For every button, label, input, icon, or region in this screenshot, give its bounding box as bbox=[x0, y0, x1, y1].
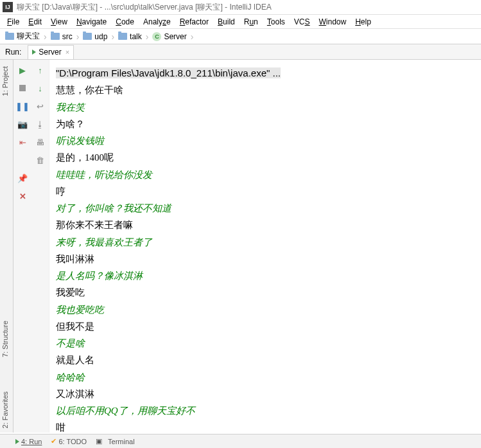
terminal-icon: ▣ bbox=[96, 437, 102, 445]
todo-icon: ✔ bbox=[51, 437, 57, 445]
run-actions-column-1: ▶ ❚❚ 📷 ⇤ 📌 ✕ bbox=[13, 60, 31, 433]
chevron-right-icon: › bbox=[44, 31, 47, 42]
console-line: 不是啥 bbox=[56, 335, 475, 352]
menu-window[interactable]: Window bbox=[314, 17, 351, 26]
folder-icon bbox=[5, 33, 14, 40]
run-label: Run: bbox=[0, 48, 26, 57]
breadcrumb-label: 聊天宝 bbox=[17, 31, 40, 42]
console-line: 咁 bbox=[56, 419, 475, 433]
console-line: 就是人名 bbox=[56, 352, 475, 368]
bottom-tool-bar: 4: Run ✔6: TODO ▣ Terminal bbox=[0, 434, 481, 448]
window-title: 聊天宝 [D:\Java\聊天宝] - ...\src\udp\talk\Ser… bbox=[17, 2, 272, 13]
left-tool-strip: 1: Project 7: Structure 2: Favorites bbox=[0, 60, 13, 433]
close-icon[interactable]: × bbox=[66, 48, 69, 56]
menu-code[interactable]: Code bbox=[111, 17, 139, 26]
exit-button[interactable]: ⇤ bbox=[16, 136, 29, 148]
run-actions-column-2: ↑ ↓ ↩ ⭳ 🖶 🗑 bbox=[31, 60, 49, 433]
menu-file[interactable]: File bbox=[3, 17, 24, 26]
console-line: 是人名吗？像冰淇淋 bbox=[56, 267, 475, 284]
play-icon bbox=[32, 49, 36, 55]
chevron-right-icon: › bbox=[146, 31, 149, 42]
dump-threads-button[interactable]: 📷 bbox=[16, 118, 29, 130]
down-stack-button[interactable]: ↓ bbox=[34, 82, 47, 94]
scroll-to-end-button[interactable]: ⭳ bbox=[34, 118, 47, 130]
console-line: 对了，你叫啥？我还不知道 bbox=[56, 200, 475, 217]
main-area: 1: Project 7: Structure 2: Favorites ▶ ❚… bbox=[0, 60, 481, 433]
clear-all-button[interactable]: 🗑 bbox=[34, 154, 47, 166]
console-line: 为啥？ bbox=[56, 116, 475, 132]
console-line: 是的，1400呢 bbox=[56, 149, 475, 166]
console-line: 哼 bbox=[56, 183, 475, 200]
soft-wrap-button[interactable]: ↩ bbox=[34, 100, 47, 112]
menu-analyze[interactable]: Analyze bbox=[139, 17, 175, 26]
bottom-tab-todo[interactable]: ✔6: TODO bbox=[51, 437, 87, 445]
title-bar: IJ 聊天宝 [D:\Java\聊天宝] - ...\src\udp\talk\… bbox=[0, 0, 481, 15]
play-icon bbox=[15, 439, 19, 444]
sidebar-tab-project[interactable]: 1: Project bbox=[0, 62, 13, 100]
breadcrumb-item[interactable]: src bbox=[48, 32, 75, 41]
run-tab-bar: Run: Server × bbox=[0, 44, 481, 60]
folder-icon bbox=[51, 33, 60, 40]
breadcrumb-label: Server bbox=[164, 32, 186, 41]
folder-icon bbox=[83, 33, 92, 40]
breadcrumb-item[interactable]: udp bbox=[80, 32, 110, 41]
breadcrumb: 聊天宝 › src › udp › talk › Server › bbox=[0, 29, 481, 44]
breadcrumb-label: udp bbox=[94, 32, 107, 41]
close-button[interactable]: ✕ bbox=[16, 190, 29, 202]
console-line: 那你来不来王者嘛 bbox=[56, 217, 475, 233]
sidebar-tab-structure[interactable]: 7: Structure bbox=[0, 317, 13, 361]
console-line: 我也爱吃吃 bbox=[56, 301, 475, 318]
menu-navigate[interactable]: Navigate bbox=[72, 17, 111, 26]
menu-run[interactable]: Run bbox=[240, 17, 263, 26]
up-stack-button[interactable]: ↑ bbox=[34, 64, 47, 76]
console-line: 哈哈哈 bbox=[56, 369, 475, 386]
breadcrumb-label: src bbox=[62, 32, 73, 41]
breadcrumb-label: talk bbox=[130, 32, 142, 41]
breadcrumb-item[interactable]: Server bbox=[150, 32, 189, 41]
folder-icon bbox=[118, 33, 127, 40]
chevron-right-icon: › bbox=[76, 31, 80, 42]
chevron-right-icon: › bbox=[191, 31, 194, 42]
menu-build[interactable]: Build bbox=[213, 17, 240, 26]
menu-view[interactable]: View bbox=[46, 17, 72, 26]
console-line: 哇哇哇，听说给你没发 bbox=[56, 166, 475, 183]
intellij-icon: IJ bbox=[3, 2, 13, 12]
console-line: 又冰淇淋 bbox=[56, 386, 475, 402]
run-tab-server[interactable]: Server × bbox=[28, 45, 74, 59]
console-line: 听说发钱啦 bbox=[56, 132, 475, 149]
bottom-tab-run[interactable]: 4: Run bbox=[15, 438, 42, 445]
rerun-button[interactable]: ▶ bbox=[16, 64, 29, 76]
print-button[interactable]: 🖶 bbox=[34, 136, 47, 148]
menu-bar: File Edit View Navigate Code Analyze Ref… bbox=[0, 15, 481, 29]
bottom-tab-terminal[interactable]: ▣ Terminal bbox=[96, 437, 135, 445]
console-line: 我爱吃 bbox=[56, 284, 475, 301]
chevron-right-icon: › bbox=[111, 31, 114, 42]
console-line: 但我不是 bbox=[56, 318, 475, 335]
pause-button[interactable]: ❚❚ bbox=[16, 100, 29, 112]
console-line: 以后咱不用QQ了，用聊天宝好不 bbox=[56, 402, 475, 419]
console-line: 我在笑 bbox=[56, 99, 475, 116]
menu-vcs[interactable]: VCS bbox=[290, 17, 315, 26]
pin-button[interactable]: 📌 bbox=[16, 172, 29, 184]
console-line: 我叫淋淋 bbox=[56, 251, 475, 267]
console-line: 来呀，我最喜欢王者了 bbox=[56, 234, 475, 251]
breadcrumb-item[interactable]: 聊天宝 bbox=[3, 31, 42, 42]
sidebar-tab-favorites[interactable]: 2: Favorites bbox=[0, 388, 13, 432]
console-line: 慧慧，你在干啥 bbox=[56, 82, 475, 98]
menu-refactor[interactable]: Refactor bbox=[175, 17, 213, 26]
breadcrumb-item[interactable]: talk bbox=[116, 32, 144, 41]
menu-edit[interactable]: Edit bbox=[24, 17, 46, 26]
console-command-line: "D:\Program Files\Java\jdk1.8.0_211\bin\… bbox=[56, 67, 281, 78]
run-tab-label: Server bbox=[39, 48, 61, 57]
console-output[interactable]: "D:\Program Files\Java\jdk1.8.0_211\bin\… bbox=[49, 60, 481, 433]
stop-button[interactable] bbox=[16, 82, 29, 94]
menu-help[interactable]: Help bbox=[351, 17, 376, 26]
menu-tools[interactable]: Tools bbox=[263, 17, 290, 26]
class-icon bbox=[152, 32, 161, 41]
